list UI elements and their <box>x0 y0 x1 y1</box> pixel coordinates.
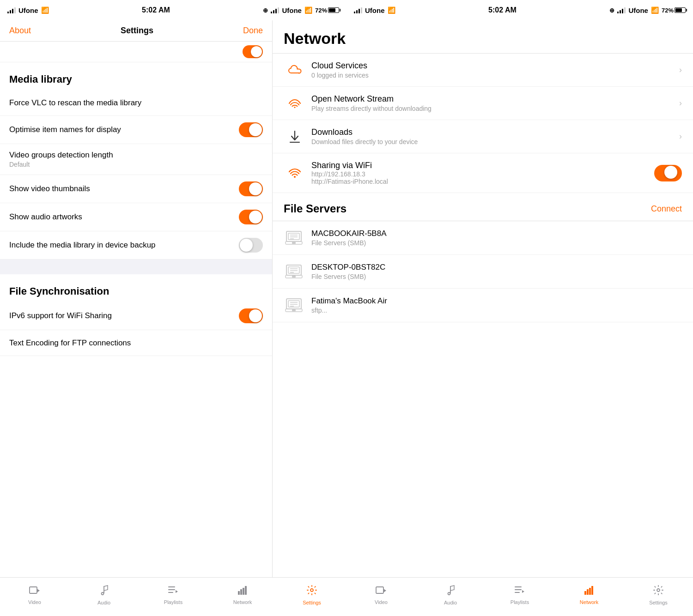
svg-marker-26 <box>37 589 40 592</box>
svg-point-27 <box>102 592 104 595</box>
signal-icon <box>7 7 16 13</box>
wifi-sharing-text: Sharing via WiFi http://192.168.18.3 htt… <box>306 161 650 185</box>
tab-network-label-right: Network <box>580 599 598 605</box>
tab-settings-left[interactable]: Settings <box>277 578 346 616</box>
network-stream-row[interactable]: Open Network Stream Play streams directl… <box>273 87 693 120</box>
connect-button[interactable]: Connect <box>651 204 682 214</box>
tab-video-right[interactable]: Video <box>346 578 416 616</box>
wifi-sharing-toggle-col <box>654 165 682 181</box>
tab-settings-right[interactable]: Settings <box>624 578 693 616</box>
tab-playlists-label-right: Playlists <box>511 599 529 605</box>
server-type-desktop: File Servers (SMB) <box>311 273 385 280</box>
svg-rect-25 <box>30 587 37 593</box>
server-row-desktop[interactable]: DESKTOP-0BST82C File Servers (SMB) <box>273 255 693 289</box>
signal-icon-r2 <box>617 7 626 13</box>
ipv6-row[interactable]: IPv6 support for WiFi Sharing <box>0 302 272 330</box>
video-groups-stack: Video groups detection length Default <box>9 151 113 168</box>
video-thumbnails-label: Show video thumbnails <box>9 184 90 193</box>
file-servers-title: File Servers <box>284 202 346 215</box>
tab-bar-left: Video Audio Playlists <box>0 578 346 616</box>
downloads-subtitle: Download files directly to your device <box>311 138 675 145</box>
status-bar: Ufone 📶 5:02 AM ⊕ Ufone 📶 72% Ufone 📶 5:… <box>0 0 693 20</box>
cloud-icon <box>284 65 306 76</box>
server-row-macbookair[interactable]: MACBOOKAIR-5B8A File Servers (SMB) <box>273 221 693 255</box>
tab-audio-right[interactable]: Audio <box>416 578 485 616</box>
tab-network-label-left: Network <box>233 599 252 605</box>
carrier-left2: Ufone <box>282 6 302 14</box>
network-tab-icon-left <box>237 586 248 598</box>
media-backup-row[interactable]: Include the media library in device back… <box>0 231 272 260</box>
carrier-left: Ufone <box>18 6 38 14</box>
tab-network-right[interactable]: Network <box>554 578 624 616</box>
status-bar-left: Ufone 📶 5:02 AM ⊕ Ufone 📶 72% <box>0 0 346 20</box>
tab-audio-left[interactable]: Audio <box>69 578 139 616</box>
screen-time-icon-left: ⊕ <box>263 7 268 14</box>
server-text-fatima: Fatima's MacBook Air sftp... <box>304 296 387 314</box>
video-tab-icon-right <box>376 586 387 598</box>
svg-point-0 <box>294 107 296 108</box>
tab-settings-label-right: Settings <box>649 600 668 605</box>
downloads-row[interactable]: Downloads Download files directly to you… <box>273 120 693 153</box>
wifi-sharing-toggle[interactable] <box>654 165 682 181</box>
media-backup-label: Include the media library in device back… <box>9 241 156 250</box>
audio-artworks-toggle[interactable] <box>239 210 263 224</box>
svg-rect-45 <box>587 589 589 595</box>
server-type-fatima: sftp... <box>311 307 387 314</box>
video-groups-label: Video groups detection length <box>9 151 113 160</box>
svg-rect-33 <box>240 589 242 595</box>
svg-rect-10 <box>292 242 296 244</box>
optimise-names-label: Optimise item names for display <box>9 125 121 134</box>
top-toggle[interactable] <box>243 45 263 58</box>
playlists-tab-icon-right <box>515 586 525 598</box>
cloud-services-row[interactable]: Cloud Services 0 logged in services › <box>273 54 693 87</box>
video-thumbnails-row[interactable]: Show video thumbnails <box>0 175 272 203</box>
wifi-sharing-row[interactable]: Sharing via WiFi http://192.168.18.3 htt… <box>273 153 693 193</box>
svg-point-3 <box>294 176 296 178</box>
ipv6-toggle[interactable] <box>239 308 263 323</box>
tab-network-left[interactable]: Network <box>208 578 277 616</box>
tab-playlists-right[interactable]: Playlists <box>485 578 554 616</box>
audio-artworks-row[interactable]: Show audio artworks <box>0 203 272 231</box>
video-groups-row[interactable]: Video groups detection length Default <box>0 144 272 175</box>
wifi-icon-right2: 📶 <box>651 6 659 14</box>
downloads-title: Downloads <box>311 127 675 137</box>
tab-playlists-label-left: Playlists <box>164 599 182 605</box>
tab-bar-right: Video Audio Playlists <box>346 578 693 616</box>
about-button[interactable]: About <box>9 26 31 36</box>
file-servers-header: File Servers Connect <box>273 193 693 221</box>
optimise-names-row[interactable]: Optimise item names for display <box>0 116 272 144</box>
wifi-sharing-title: Sharing via WiFi <box>311 161 650 170</box>
svg-point-39 <box>448 592 450 595</box>
server-type-macbookair: File Servers (SMB) <box>311 239 387 247</box>
server-name-fatima: Fatima's MacBook Air <box>311 296 387 306</box>
svg-point-48 <box>657 589 660 592</box>
battery-left: 72% <box>315 7 339 14</box>
server-text-desktop: DESKTOP-0BST82C File Servers (SMB) <box>304 263 385 280</box>
video-thumbnails-toggle[interactable] <box>239 181 263 196</box>
battery-right: 72% <box>662 7 686 14</box>
video-groups-sublabel: Default <box>9 161 113 168</box>
wifi-sharing-hostname: http://Fatimas-iPhone.local <box>311 178 650 185</box>
wifi-icon-right: 📶 <box>388 6 395 14</box>
optimise-names-toggle[interactable] <box>239 122 263 137</box>
tab-video-left[interactable]: Video <box>0 578 69 616</box>
wifi-icon-left2: 📶 <box>304 6 312 14</box>
tab-video-label-left: Video <box>28 599 41 605</box>
rescan-row[interactable]: Force VLC to rescan the media library <box>0 90 272 116</box>
network-stream-text: Open Network Stream Play streams directl… <box>306 94 675 112</box>
svg-rect-44 <box>584 591 586 595</box>
server-text-macbookair: MACBOOKAIR-5B8A File Servers (SMB) <box>304 229 387 247</box>
stream-chevron-icon: › <box>679 98 682 108</box>
cloud-services-text: Cloud Services 0 logged in services <box>306 61 675 79</box>
text-encoding-row[interactable]: Text Encoding for FTP connections <box>0 330 272 356</box>
server-row-fatima[interactable]: Fatima's MacBook Air sftp... <box>273 289 693 322</box>
playlists-tab-icon-left <box>168 586 178 598</box>
wifi-sharing-ip: http://192.168.18.3 <box>311 170 650 178</box>
wifi-sharing-subtitles: http://192.168.18.3 http://Fatimas-iPhon… <box>311 170 650 185</box>
media-backup-toggle[interactable] <box>239 238 263 253</box>
done-button[interactable]: Done <box>243 26 263 36</box>
svg-rect-37 <box>376 587 383 593</box>
server-name-desktop: DESKTOP-0BST82C <box>311 263 385 272</box>
network-panel: Network Cloud Services 0 logged in servi… <box>273 20 693 577</box>
tab-playlists-left[interactable]: Playlists <box>139 578 208 616</box>
